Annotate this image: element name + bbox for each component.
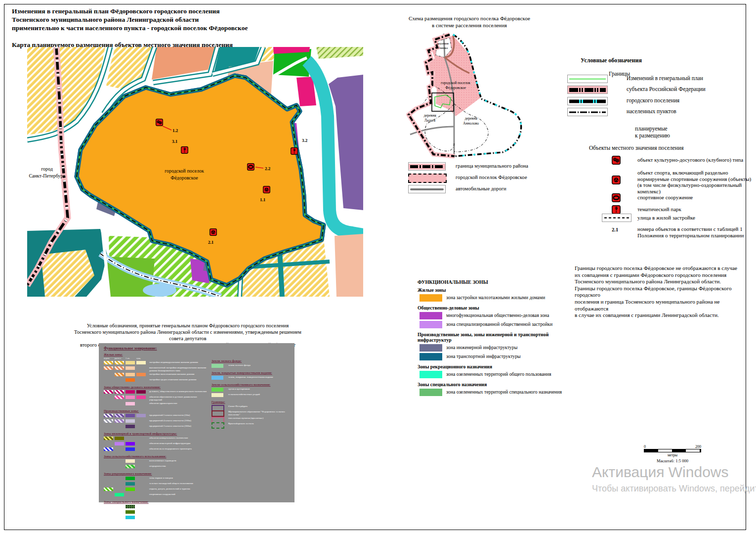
- gp-color-swatch: [115, 493, 124, 496]
- gp-legend-row: застройки среднеэтажными жилыми домами: [104, 378, 209, 383]
- gp-section-heading: Жилые зоны:: [104, 353, 209, 356]
- gp-color-swatch: [104, 390, 113, 394]
- object-number-example: 2.1: [612, 227, 618, 232]
- field-lime-hatch: [316, 47, 363, 59]
- gp-column-header: персп.: [104, 357, 110, 359]
- zone-color-swatch: [420, 344, 442, 352]
- gp-legend-row: сельскохозяйственных угодий: [211, 393, 292, 398]
- gp-item-label: предприятий 3 класса опасности (300м): [149, 424, 209, 428]
- gp-section-heading: Зоны специального назначения:: [104, 500, 209, 503]
- legend-row: городского поселения: [567, 97, 754, 105]
- gp-color-swatch: [126, 378, 135, 382]
- gp-color-swatch: [104, 414, 113, 417]
- zone-label: зона транспортной инфраструктуры: [446, 354, 521, 359]
- gp-left-title: Функциональное зонирование:: [104, 346, 209, 351]
- gp-item-label: спортивных сооружений: [149, 492, 209, 496]
- gp-legend-row: объектов здравоохранения: [104, 401, 209, 407]
- gp-outline-swatch: [211, 422, 224, 429]
- stadium-icon: [612, 193, 621, 202]
- gp-legend-row: зоны парков и скверов: [104, 476, 209, 482]
- gp-item-label: застройки индивидуальными жилыми домами: [149, 360, 209, 364]
- gp-legend-row: объектов образования и детских дошкольны…: [104, 395, 209, 401]
- gp-legend-row: отдыха, досуга, развлечений и туризма: [104, 487, 209, 492]
- marker-label: 2.2: [265, 166, 271, 171]
- gp-legend-panel: Функциональное зонирование: Жилые зоны:п…: [99, 343, 294, 502]
- gp-color-swatch: [115, 373, 124, 376]
- gp-item-label: отдыха, досуга, развлечений и туризма: [149, 487, 209, 490]
- svg-text:деревня: деревня: [423, 113, 436, 118]
- gp-item-label: зеленых насаждений СЗЗ промышленных пред…: [149, 515, 209, 519]
- note-line: Границы городского поселка Фёдоровское, …: [575, 285, 753, 299]
- gp-color-swatch: [126, 442, 135, 445]
- gp-item-label: зеленых насаждений общего пользования: [149, 482, 209, 485]
- title-block: Изменения в генеральный план Фёдоровског…: [12, 7, 279, 49]
- gp-color-swatch: [126, 482, 135, 486]
- gp-color-swatch: [126, 425, 135, 428]
- marker-label: 1.2: [172, 128, 178, 133]
- svg-text:Глинка: Глинка: [438, 46, 449, 50]
- gp-item-label: застройки среднеэтажными жилыми домами: [149, 378, 209, 381]
- park-icon: [181, 147, 188, 154]
- gp-legend-row: спортивных сооружений: [104, 492, 209, 498]
- scale-bar-graphic: [644, 449, 701, 452]
- gp-section-heading: Зоны сельскохозяйственного использования…: [104, 454, 209, 458]
- zone-item: зона озелененных территорий специального…: [418, 388, 581, 397]
- genplan-line-swatch: [567, 75, 608, 83]
- gp-color-swatch: [115, 361, 124, 364]
- main-map[interactable]: 1.2 3.1 3.2 2.2 1.1 2.1 город Санкт-Пете…: [27, 47, 363, 297]
- gp-item-label: Муниципального образования "Федоровское …: [228, 410, 292, 416]
- gp-legend-row: Санкт-Петербурга: [211, 404, 292, 410]
- scale-text: Масштаб: 1:5 000: [644, 458, 701, 463]
- gp-color-swatch: [211, 364, 223, 368]
- gp-color-swatch: [136, 390, 146, 394]
- zone-section-heading: Общественно-деловые зоны: [418, 305, 581, 311]
- gp-color-swatch: [136, 373, 146, 376]
- schematic-map[interactable]: деревня Глинка городской поселок Фёдоров…: [406, 30, 530, 162]
- zone-color-swatch: [420, 353, 442, 360]
- gp-legend-row: лугов и кустарников: [211, 387, 292, 393]
- svg-text:городской поселок: городской поселок: [441, 81, 470, 85]
- gp-legend-row: застройки малоэтажными жилыми домами: [104, 372, 209, 378]
- gp-item-label: объектов военного и режимного назначения: [149, 510, 209, 513]
- gp-legend-row: Муниципального образования "Федоровское …: [211, 410, 292, 416]
- gp-legend-row: населенных пунктов (проектные): [211, 416, 292, 422]
- note-line: Границы городского поселка Фёдоровское н…: [575, 265, 753, 272]
- gp-color-swatch: [115, 419, 124, 423]
- zone-label: многофункциональная общественно-деловая …: [446, 312, 549, 318]
- gp-legend-row: зеленых насаждений СЗЗ промышленных пред…: [104, 515, 209, 521]
- stadium-icon: [248, 164, 254, 171]
- gp-color-swatch: [126, 488, 135, 491]
- zone-color-swatch: [420, 321, 442, 328]
- note-line: их совпадения с границами Фёдоровского г…: [575, 272, 753, 279]
- field-peach: [335, 234, 363, 297]
- district-border-swatch: [408, 162, 446, 171]
- gp-legend-row: объектов военного и режимного назначения: [104, 510, 209, 515]
- legend-title: Условные обозначения: [581, 57, 642, 64]
- svg-text:Фёдоровское: Фёдоровское: [445, 86, 466, 90]
- gp-item-label: объектов здравоохранения: [149, 401, 209, 405]
- gp-legend-row: Красноборского лесхоза: [211, 422, 292, 427]
- title-line: Тосненского муниципального района Ленинг…: [12, 15, 279, 24]
- gp-item-label: объектов инженерной инфраструктуры: [149, 442, 209, 445]
- settlement-label: городской поселок: [165, 168, 204, 174]
- legend-row: городской поселок Фёдоровское: [406, 173, 554, 184]
- gp-column-header: расчет.: [115, 357, 121, 359]
- schematic-legend: граница муниципального района городской …: [406, 161, 554, 195]
- gp-color-swatch: [115, 442, 124, 445]
- gp-item-label: предприятий 4 класса опасности (100м): [149, 419, 209, 422]
- gp-color-swatch: [126, 396, 135, 399]
- gp-item-label: огородничества: [149, 464, 209, 468]
- gp-color-swatch: [104, 419, 113, 423]
- gp-color-swatch: [104, 361, 113, 364]
- gp-section-heading: Производственные зоны:: [104, 409, 209, 412]
- gp-color-swatch: [104, 488, 113, 491]
- gp-item-label: объектов коммунального назначения: [149, 436, 209, 440]
- zone-color-swatch: [420, 389, 442, 396]
- svg-text:Аннолово: Аннолово: [463, 121, 479, 126]
- gp-section-heading: Зоны инженерной и транспортной инфрастру…: [104, 432, 209, 435]
- zone-label: зона застройки малоэтажными жилыми домам…: [446, 295, 545, 300]
- gp-legend-row: предприятий 3 класса опасности (300м): [104, 424, 209, 430]
- zone-color-swatch: [420, 294, 442, 302]
- zone-label: зона озелененных территорий специального…: [446, 389, 562, 395]
- zone-item: зона инженерной инфраструктуры: [418, 344, 581, 353]
